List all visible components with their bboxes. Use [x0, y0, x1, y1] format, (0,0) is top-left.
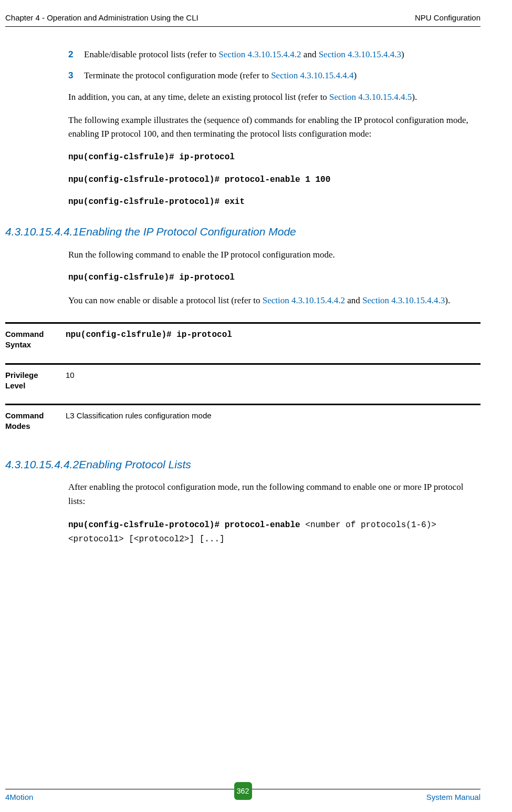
xref-link[interactable]: Section 4.3.10.15.4.4.3 [362, 295, 445, 305]
page-number-badge: 362 [234, 782, 252, 800]
code-line: npu(config-clsfrule-protocol)# protocol-… [68, 173, 480, 187]
section-heading: 4.3.10.15.4.4.1Enabling the IP Protocol … [5, 223, 480, 241]
section-title-text: Enabling Protocol Lists [79, 458, 191, 470]
paragraph: In addition, you can, at any time, delet… [68, 90, 480, 104]
row-label: Command Modes [5, 410, 66, 432]
xref-link[interactable]: Section 4.3.10.15.4.4.5 [329, 92, 412, 102]
footer-right: System Manual [426, 793, 480, 801]
paragraph: You can now enable or disable a protocol… [68, 294, 480, 307]
section-number: 4.3.10.15.4.4.2 [5, 458, 79, 470]
code-line: npu(config-clsfrule)# ip-protocol [68, 271, 480, 284]
paragraph: After enabling the protocol configuratio… [68, 480, 480, 508]
section-heading: 4.3.10.15.4.4.2Enabling Protocol Lists [5, 456, 480, 474]
row-value: L3 Classification rules configuration mo… [66, 410, 480, 432]
table-row: Command Syntax npu(config-clsfrule)# ip-… [5, 322, 480, 363]
list-item-2: 2 Enable/disable protocol lists (refer t… [68, 48, 480, 61]
list-text: Enable/disable protocol lists (refer to … [84, 48, 480, 61]
footer-left: 4Motion [5, 793, 33, 801]
xref-link[interactable]: Section 4.3.10.15.4.4.4 [271, 70, 353, 80]
row-label: Privilege Level [5, 370, 66, 392]
code-line: npu(config-clsfrule-protocol)# protocol-… [68, 518, 480, 546]
list-item-3: 3 Terminate the protocol configuration m… [68, 69, 480, 83]
page-footer: 4Motion 362 System Manual [5, 789, 480, 801]
section-title-text: Enabling the IP Protocol Configuration M… [79, 225, 296, 238]
paragraph: Run the following command to enable the … [68, 248, 480, 262]
list-number: 3 [68, 69, 84, 83]
page-header: Chapter 4 - Operation and Administration… [5, 13, 480, 27]
main-content: 2 Enable/disable protocol lists (refer t… [68, 48, 480, 546]
list-text: Terminate the protocol configuration mod… [84, 69, 480, 83]
header-right: NPU Configuration [415, 13, 480, 22]
code-line: npu(config-clsfrule)# ip-protocol [68, 151, 480, 164]
code-line: npu(config-clsfrule-protocol)# exit [68, 196, 480, 209]
xref-link[interactable]: Section 4.3.10.15.4.4.2 [263, 295, 345, 305]
header-left: Chapter 4 - Operation and Administration… [5, 13, 198, 22]
table-row: Command Modes L3 Classification rules co… [5, 404, 480, 445]
section-number: 4.3.10.15.4.4.1 [5, 225, 79, 238]
row-value: 10 [66, 370, 480, 392]
xref-link[interactable]: Section 4.3.10.15.4.4.3 [319, 49, 401, 59]
row-value: npu(config-clsfrule)# ip-protocol [66, 329, 480, 351]
xref-link[interactable]: Section 4.3.10.15.4.4.2 [218, 49, 301, 59]
paragraph: The following example illustrates the (s… [68, 114, 480, 141]
table-row: Privilege Level 10 [5, 363, 480, 404]
list-number: 2 [68, 48, 84, 61]
row-label: Command Syntax [5, 329, 66, 351]
command-table: Command Syntax npu(config-clsfrule)# ip-… [5, 322, 480, 445]
